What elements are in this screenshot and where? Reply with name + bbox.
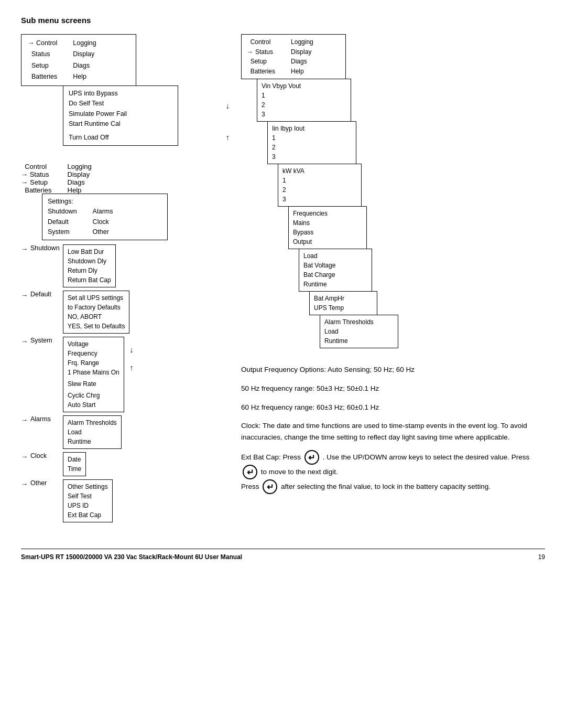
setup-label-setup: Setup — [30, 178, 48, 186]
alarms-group: → Alarms Alarm Thresholds Load Runtime — [21, 415, 220, 449]
shutdown-low-batt: Low Batt Dur — [68, 247, 111, 256]
shutdown-group: → Shutdown Low Batt Dur Shutdown Dly Ret… — [21, 244, 220, 287]
clock-label: Clock — [30, 452, 62, 459]
kw-1: 1 — [282, 176, 357, 185]
system-auto-start: Auto Start — [68, 400, 119, 410]
alarm-thresh-box: Alarm Thresholds Load Runtime — [320, 315, 398, 348]
system-box-wrapper: Voltage Frequency Frq. Range 1 Phase Mai… — [62, 337, 124, 412]
setup-label-batteries: Batteries — [21, 186, 52, 194]
other-ext-bat: Ext Bat Cap — [68, 510, 108, 520]
control-sub-simulate: Simulate Power Fail — [69, 109, 172, 119]
shutdown-label: Shutdown — [30, 244, 62, 252]
iin-box: Iin Ibyp Iout 1 2 3 — [267, 121, 356, 164]
status-label-setup: Setup — [247, 57, 275, 67]
status-menu-cols: Control → Status Setup Batteries Logging… — [247, 37, 340, 76]
setup-menu-col1: Control → Status → Setup Batteries — [21, 163, 52, 194]
other-box: Other Settings Self Test UPS ID Ext Bat … — [63, 479, 113, 522]
other-row: → Other Other Settings Self Test UPS ID … — [21, 479, 220, 522]
control-main-menu: → Control Status Setup Batteries Logging… — [21, 34, 136, 86]
alarm-thresh-label: Alarm Thresholds — [324, 317, 394, 327]
system-slew-rate: Slew Rate — [68, 379, 119, 389]
system-1phase: 1 Phase Mains On — [68, 368, 119, 377]
right-column: Control → Status Setup Batteries Logging… — [241, 34, 545, 501]
default-set-all: Set all UPS settings — [68, 293, 125, 303]
load-bat-charge: Bat Charge — [303, 270, 367, 280]
setup-main-menu: Control → Status → Setup Batteries Loggi… — [21, 163, 220, 194]
status-label-batteries: Batteries — [247, 67, 275, 77]
settings-alarms: Alarms — [93, 207, 113, 217]
control-arrow: → — [28, 39, 35, 47]
status-cascade: Vin Vbyp Vout 1 2 3 Iin Ibyp Iout 1 2 3 … — [257, 79, 545, 348]
system-arrow-icon: → — [21, 337, 28, 345]
other-arrow-icon: → — [21, 480, 28, 488]
clock-box: Date Time — [63, 452, 86, 476]
other-self-test: Self Test — [68, 491, 108, 501]
settings-default: Default — [48, 217, 77, 227]
scroll-up-icon-1: ↑ — [226, 133, 230, 142]
system-box: Voltage Frequency Frq. Range 1 Phase Mai… — [63, 337, 124, 412]
text-content-area: Output Frequency Options: Auto Sensing; … — [241, 364, 545, 494]
setup-menu-cols: Control → Status → Setup Batteries Loggi… — [21, 163, 220, 194]
control-sub-bypass: UPS into Bypass — [69, 89, 172, 99]
status-main-menu: Control → Status Setup Batteries Logging… — [241, 34, 346, 79]
ext-bat-cap-3: to move to the next digit. — [261, 468, 338, 476]
page-layout: → Control Status Setup Batteries Logging… — [21, 34, 545, 528]
shutdown-return-bat: Return Bat Cap — [68, 275, 111, 285]
load-bat-voltage: Bat Voltage — [303, 261, 367, 270]
settings-col1: Shutdown Default System — [48, 207, 77, 237]
control-label-control: Control — [36, 39, 57, 47]
setup-diagram: Control → Status → Setup Batteries Loggi… — [21, 163, 220, 523]
enter-icon-2: ↵ — [243, 465, 257, 479]
freq-output: Output — [293, 237, 362, 247]
ext-bat-cap-1: Ext Bat Cap: Press — [241, 453, 301, 461]
bat-amphr: Bat AmpHr — [314, 294, 373, 303]
control-diagram: → Control Status Setup Batteries Logging… — [21, 34, 220, 146]
other-ups-id: UPS ID — [68, 501, 108, 510]
control-label-logging: Logging — [73, 38, 96, 49]
system-voltage: Voltage — [68, 339, 119, 349]
iin-label: Iin Ibyp Iout — [272, 124, 352, 133]
setup-label-help: Help — [68, 186, 92, 194]
setup-menu-col2: Logging Display Diags Help — [68, 163, 92, 194]
settings-label: Settings: — [48, 197, 162, 207]
system-cyclic: Cyclic Chrg — [68, 391, 119, 400]
vin-3: 3 — [262, 110, 346, 119]
ext-bat-cap-2: . Use the UP/DOWN arrow keys to select t… — [323, 453, 530, 461]
alarms-label: Alarms — [30, 415, 62, 423]
status-active-arrow: → — [247, 47, 253, 57]
ext-bat-cap-text: Ext Bat Cap: Press ↵ . Use the UP/DOWN a… — [241, 450, 545, 494]
default-no-abort: NO, ABORT — [68, 312, 125, 322]
setup-label-display: Display — [68, 170, 92, 178]
shutdown-return-dly: Return Dly — [68, 266, 111, 275]
alarms-row: → Alarms Alarm Thresholds Load Runtime — [21, 415, 220, 449]
setup-item-setup: → Setup — [21, 178, 52, 186]
control-label-display: Display — [73, 49, 96, 60]
freq-60-text: 60 Hz frequency range: 60±3 Hz; 60±0.1 H… — [241, 402, 545, 413]
clock-group: → Clock Date Time — [21, 452, 220, 476]
bat-box: Bat AmpHr UPS Temp — [309, 291, 377, 315]
scroll-down-icon-2: ↓ — [129, 345, 134, 354]
left-column: → Control Status Setup Batteries Logging… — [21, 34, 220, 528]
load-box: Load Bat Voltage Bat Charge Runtime — [299, 249, 372, 292]
vin-2: 2 — [262, 100, 346, 110]
ext-bat-cap-5: after selecting the final value, to lock… — [281, 483, 491, 490]
kw-3: 3 — [282, 195, 357, 204]
clock-arrow-icon: → — [21, 453, 28, 461]
clock-date: Date — [68, 455, 81, 464]
kw-2: 2 — [282, 185, 357, 195]
status-label-logging: Logging — [291, 37, 313, 47]
other-label: Other — [30, 479, 62, 487]
load-runtime: Runtime — [303, 280, 367, 289]
scroll-up-icon-2: ↑ — [129, 363, 134, 372]
page-title: Sub menu screens — [21, 16, 545, 25]
alarms-box: Alarm Thresholds Load Runtime — [63, 415, 122, 449]
settings-other: Other — [93, 227, 113, 237]
vin-1: 1 — [262, 91, 346, 100]
setup-arrow-setup: → — [21, 178, 28, 186]
kw-box: kW kVA 1 2 3 — [278, 164, 362, 207]
system-group: → System Voltage Frequency Frq. Range 1 … — [21, 337, 220, 412]
status-label-diags: Diags — [291, 57, 313, 67]
default-row: → Default Set all UPS settings to Factor… — [21, 291, 220, 334]
default-arrow-icon: → — [21, 291, 28, 299]
default-box: Set all UPS settings to Factory Defaults… — [63, 291, 129, 334]
